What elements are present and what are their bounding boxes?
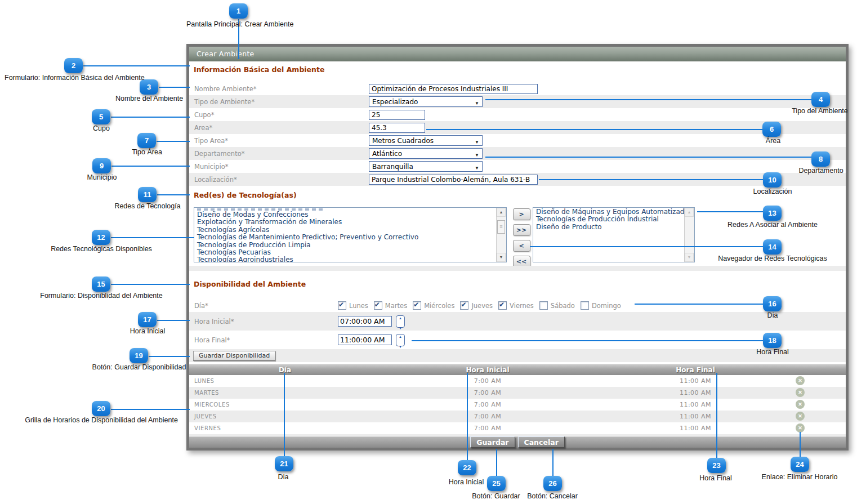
field-label: Municipio* bbox=[189, 163, 369, 171]
callout-label: Dia bbox=[767, 311, 778, 319]
callout-line bbox=[157, 141, 190, 142]
section-separator bbox=[189, 266, 846, 271]
list-item[interactable]: Explotación y Transformación de Minerale… bbox=[194, 218, 506, 226]
column-header-hora-inicial: Hora Inicial bbox=[426, 364, 550, 376]
field-row: Area* 45.3 bbox=[189, 121, 846, 134]
scroll-down-icon[interactable]: ▼ bbox=[685, 253, 694, 262]
callout-line bbox=[157, 194, 190, 195]
delete-schedule-icon[interactable] bbox=[796, 423, 805, 432]
scrollbar-thumb[interactable] bbox=[497, 220, 505, 234]
area-input[interactable]: 45.3 bbox=[369, 123, 425, 133]
callout-label: Hora Inicial bbox=[449, 478, 484, 486]
callout-label: Hora Final bbox=[699, 474, 732, 482]
time-spinner[interactable] bbox=[396, 315, 405, 328]
assigned-redes-list[interactable]: Diseño de Máquinas y Equipos Automatizad… bbox=[533, 207, 695, 262]
day-checkbox[interactable] bbox=[539, 301, 548, 310]
day-label: Sábado bbox=[551, 302, 575, 310]
chevron-down-icon bbox=[475, 97, 479, 107]
callout-line bbox=[111, 409, 190, 410]
list-item[interactable]: Diseño de Producto bbox=[533, 224, 694, 231]
schedule-hora-final: 11:00 AM bbox=[633, 399, 757, 411]
delete-schedule-icon[interactable] bbox=[796, 412, 805, 421]
list-item[interactable]: Tecnologías de Mantenimiento Predictivo;… bbox=[194, 234, 506, 241]
move-right-button[interactable]: > bbox=[513, 208, 530, 220]
schedule-dia: LUNES bbox=[194, 375, 215, 387]
callout-badge: 6 bbox=[762, 122, 781, 137]
list-item[interactable]: Tecnologías de Producción Industrial bbox=[533, 216, 694, 223]
list-item[interactable]: Tecnologías Agrícolas bbox=[194, 226, 506, 234]
callout-line bbox=[111, 166, 190, 167]
guardar-disponibilidad-button[interactable]: Guardar Disponibilidad bbox=[193, 351, 275, 361]
schedule-row: LUNES 7:00 AM 11:00 AM bbox=[189, 375, 846, 387]
list-item[interactable]: Diseño de Modas y Confecciones bbox=[194, 211, 506, 218]
cupo-input[interactable]: 25 bbox=[369, 110, 425, 120]
guardar-button[interactable]: Guardar bbox=[470, 436, 515, 448]
callout-badge: 15 bbox=[92, 276, 110, 292]
list-item[interactable]: Tecnologías Agroindustriales bbox=[194, 256, 506, 262]
day-label: Martes bbox=[385, 302, 407, 310]
schedule-hora-inicial: 7:00 AM bbox=[426, 375, 550, 387]
cancelar-button[interactable]: Cancelar bbox=[518, 436, 565, 448]
field-label: Día* bbox=[189, 302, 338, 310]
callout-badge: 12 bbox=[92, 230, 110, 245]
callout-badge: 25 bbox=[487, 476, 506, 491]
list-item[interactable]: Tecnologías de Producción Limpia bbox=[194, 242, 506, 249]
time-spinner[interactable] bbox=[396, 334, 405, 346]
schedule-hora-final: 11:00 AM bbox=[633, 375, 757, 387]
day-checkbox[interactable] bbox=[413, 301, 421, 310]
callout-label: Grilla de Horarios de Disponibilidad del… bbox=[25, 416, 178, 424]
municipio-select[interactable]: Barranquilla bbox=[369, 161, 483, 172]
spinner-up-icon[interactable] bbox=[399, 311, 402, 322]
callout-badge: 2 bbox=[64, 58, 83, 73]
disponibilidad-form: Día* Lunes Martes Miércoles Jueves Viern… bbox=[189, 299, 846, 362]
list-item[interactable]: Tecnologías Pecuarias bbox=[194, 249, 506, 256]
hora-inicial-input[interactable]: 07:00:00 AM bbox=[338, 316, 392, 327]
delete-schedule-icon[interactable] bbox=[796, 388, 805, 397]
callout-label: Formulario: Información Básica del Ambie… bbox=[5, 74, 145, 82]
list-scrollbar[interactable]: ▲ ▼ bbox=[496, 208, 506, 262]
callout-label: Nombre del Ambiente bbox=[115, 95, 183, 102]
hora-final-input[interactable]: 11:00:00 AM bbox=[338, 334, 392, 345]
day-checkbox[interactable] bbox=[460, 301, 468, 310]
scroll-up-icon[interactable]: ▲ bbox=[497, 208, 506, 217]
callout-badge: 10 bbox=[763, 172, 782, 188]
callout-badge: 19 bbox=[130, 348, 148, 363]
spinner-down-icon[interactable] bbox=[399, 340, 402, 350]
day-checkbox[interactable] bbox=[498, 301, 507, 310]
callout-badge: 20 bbox=[92, 401, 110, 416]
schedule-hora-inicial: 7:00 AM bbox=[426, 422, 550, 434]
move-left-button[interactable]: < bbox=[513, 240, 530, 252]
list-scrollbar[interactable]: ▲ ▼ bbox=[684, 208, 694, 262]
callout-label: Redes Tecnológicas Disponibles bbox=[51, 245, 152, 253]
field-label: Hora Final* bbox=[189, 336, 338, 344]
scroll-down-icon[interactable]: ▼ bbox=[497, 253, 506, 262]
field-label: Localización* bbox=[189, 176, 369, 184]
callout-line bbox=[800, 432, 801, 457]
callout-line bbox=[485, 99, 811, 100]
day-checkbox-group: Lunes Martes Miércoles Jueves Viernes Sá… bbox=[338, 301, 621, 310]
move-all-right-button[interactable]: >> bbox=[513, 224, 530, 236]
callout-label: Hora Final bbox=[756, 348, 789, 356]
scroll-up-icon[interactable]: ▲ bbox=[685, 208, 694, 217]
delete-schedule-icon[interactable] bbox=[796, 400, 805, 409]
tipo-ambiente-select[interactable]: Especializado bbox=[369, 96, 483, 107]
day-checkbox[interactable] bbox=[338, 301, 346, 310]
delete-schedule-icon[interactable] bbox=[796, 376, 805, 385]
departamento-select[interactable]: Atlántico bbox=[369, 148, 483, 159]
callout-badge: 9 bbox=[92, 158, 111, 173]
list-item[interactable]: Diseño de Máquinas y Equipos Automatizad… bbox=[533, 208, 694, 216]
available-redes-list[interactable]: Diseño de Modas y Confecciones Explotaci… bbox=[194, 207, 507, 262]
disponibilidad-heading: Disponibilidad del Ambiente bbox=[194, 280, 306, 288]
callout-label: Tipo del Ambiente bbox=[792, 107, 848, 115]
day-checkbox[interactable] bbox=[581, 301, 589, 310]
localizacion-input[interactable]: Parque Industrial Colombo-Alemán, Aula 6… bbox=[369, 175, 538, 185]
tipo-area-select[interactable]: Metros Cuadrados bbox=[369, 135, 483, 146]
callout-line bbox=[530, 246, 763, 247]
field-row: Nombre Ambiente* Optimización de Proceso… bbox=[189, 82, 846, 95]
spinner-up-icon[interactable] bbox=[399, 330, 402, 340]
footer-bar: Guardar Cancelar bbox=[189, 436, 846, 448]
nombre-ambiente-input[interactable]: Optimización de Procesos Industriales II… bbox=[369, 84, 538, 94]
hora-inicial-row: Hora Inicial* 07:00:00 AM bbox=[189, 312, 846, 331]
day-checkbox[interactable] bbox=[374, 301, 382, 310]
select-value: Especializado bbox=[372, 98, 418, 106]
